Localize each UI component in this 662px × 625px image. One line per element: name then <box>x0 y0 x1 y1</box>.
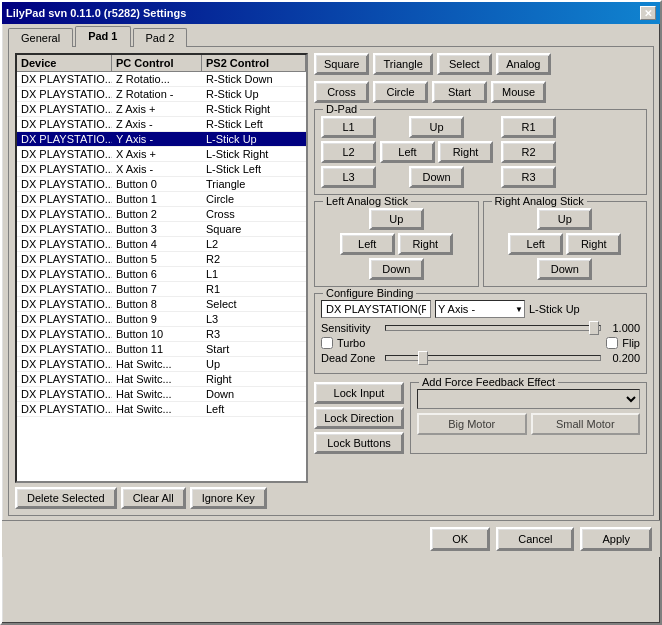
list-item[interactable]: DX PLAYSTATIO...Y Axis -L-Stick Up <box>17 132 306 147</box>
dpad-down-button[interactable]: Down <box>409 166 464 188</box>
turbo-checkbox[interactable] <box>321 337 333 349</box>
force-feedback-select[interactable] <box>417 389 640 409</box>
list-item[interactable]: DX PLAYSTATIO...Button 3Square <box>17 222 306 237</box>
config-mapping-value: L-Stick Up <box>529 303 580 315</box>
deadzone-slider[interactable] <box>385 355 601 361</box>
list-cell: R-Stick Right <box>202 102 306 116</box>
list-item[interactable]: DX PLAYSTATIO...Hat Switc...Down <box>17 387 306 402</box>
triangle-button[interactable]: Triangle <box>373 53 432 75</box>
device-list-container[interactable]: Device PC Control PS2 Control DX PLAYSTA… <box>15 53 308 483</box>
list-rows: DX PLAYSTATIO...Z Rotatio...R-Stick Down… <box>17 72 306 417</box>
force-feedback-section: Add Force Feedback Effect Big Motor Smal… <box>410 382 647 454</box>
dpad-label: D-Pad <box>323 103 360 115</box>
flip-checkbox[interactable] <box>606 337 618 349</box>
clear-all-button[interactable]: Clear All <box>121 487 186 509</box>
device-list-panel: Device PC Control PS2 Control DX PLAYSTA… <box>15 53 308 509</box>
sensitivity-slider[interactable] <box>385 325 601 331</box>
r2-button[interactable]: R2 <box>501 141 556 163</box>
list-header: Device PC Control PS2 Control <box>17 55 306 72</box>
l3-button[interactable]: L3 <box>321 166 376 188</box>
list-item[interactable]: DX PLAYSTATIO...Hat Switc...Right <box>17 372 306 387</box>
list-item[interactable]: DX PLAYSTATIO...X Axis -L-Stick Left <box>17 162 306 177</box>
left-analog-left[interactable]: Left <box>340 233 395 255</box>
tab-pad1[interactable]: Pad 1 <box>75 26 130 47</box>
delete-selected-button[interactable]: Delete Selected <box>15 487 117 509</box>
config-device-input[interactable] <box>321 300 431 318</box>
list-cell: DX PLAYSTATIO... <box>17 132 112 146</box>
apply-button[interactable]: Apply <box>580 527 652 551</box>
list-item[interactable]: DX PLAYSTATIO...Button 11Start <box>17 342 306 357</box>
right-analog-left[interactable]: Left <box>508 233 563 255</box>
analog-button[interactable]: Analog <box>496 53 551 75</box>
list-item[interactable]: DX PLAYSTATIO...Z Rotatio...R-Stick Down <box>17 72 306 87</box>
list-item[interactable]: DX PLAYSTATIO...Button 5R2 <box>17 252 306 267</box>
start-button[interactable]: Start <box>432 81 487 103</box>
big-motor-button[interactable]: Big Motor <box>417 413 527 435</box>
list-cell: DX PLAYSTATIO... <box>17 207 112 221</box>
l1-button[interactable]: L1 <box>321 116 376 138</box>
list-item[interactable]: DX PLAYSTATIO...Z Rotation -R-Stick Up <box>17 87 306 102</box>
right-analog-right[interactable]: Right <box>566 233 621 255</box>
ps-btn-row-1: Square Triangle Select Analog <box>314 53 647 75</box>
select-button[interactable]: Select <box>437 53 492 75</box>
list-item[interactable]: DX PLAYSTATIO...Button 0Triangle <box>17 177 306 192</box>
list-cell: DX PLAYSTATIO... <box>17 177 112 191</box>
ignore-key-button[interactable]: Ignore Key <box>190 487 267 509</box>
l2-button[interactable]: L2 <box>321 141 376 163</box>
square-button[interactable]: Square <box>314 53 369 75</box>
dpad-left-button[interactable]: Left <box>380 141 435 163</box>
list-cell: L-Stick Left <box>202 162 306 176</box>
list-cell: Button 7 <box>112 282 202 296</box>
list-cell: DX PLAYSTATIO... <box>17 267 112 281</box>
list-item[interactable]: DX PLAYSTATIO...Z Axis +R-Stick Right <box>17 102 306 117</box>
list-item[interactable]: DX PLAYSTATIO...Button 1Circle <box>17 192 306 207</box>
tab-general[interactable]: General <box>8 28 73 47</box>
list-item[interactable]: DX PLAYSTATIO...Button 10R3 <box>17 327 306 342</box>
list-cell: DX PLAYSTATIO... <box>17 372 112 386</box>
list-item[interactable]: DX PLAYSTATIO...Button 4L2 <box>17 237 306 252</box>
list-cell: X Axis + <box>112 147 202 161</box>
dpad-up-button[interactable]: Up <box>409 116 464 138</box>
lock-direction-button[interactable]: Lock Direction <box>314 407 404 429</box>
configure-binding-label: Configure Binding <box>323 287 416 299</box>
configure-binding-section: Configure Binding Y Axis - L-Stick Up <box>314 293 647 374</box>
config-axis-select[interactable]: Y Axis - <box>435 300 525 318</box>
lock-buttons-button[interactable]: Lock Buttons <box>314 432 404 454</box>
list-cell: Button 11 <box>112 342 202 356</box>
cancel-button[interactable]: Cancel <box>496 527 574 551</box>
list-item[interactable]: DX PLAYSTATIO...Button 8Select <box>17 297 306 312</box>
list-cell: Hat Switc... <box>112 402 202 416</box>
cross-button[interactable]: Cross <box>314 81 369 103</box>
left-analog-down[interactable]: Down <box>369 258 424 280</box>
mouse-button[interactable]: Mouse <box>491 81 546 103</box>
right-analog-down[interactable]: Down <box>537 258 592 280</box>
list-cell: Z Rotation - <box>112 87 202 101</box>
dpad-right-button[interactable]: Right <box>438 141 493 163</box>
small-motor-button[interactable]: Small Motor <box>531 413 641 435</box>
r1-button[interactable]: R1 <box>501 116 556 138</box>
right-analog-up[interactable]: Up <box>537 208 592 230</box>
list-item[interactable]: DX PLAYSTATIO...Hat Switc...Up <box>17 357 306 372</box>
r3-button[interactable]: R3 <box>501 166 556 188</box>
list-cell: L3 <box>202 312 306 326</box>
left-analog-right[interactable]: Right <box>398 233 453 255</box>
right-analog-group: Right Analog Stick Up Left Right Down <box>483 201 648 287</box>
list-cell: Button 10 <box>112 327 202 341</box>
left-analog-up[interactable]: Up <box>369 208 424 230</box>
list-item[interactable]: DX PLAYSTATIO...Hat Switc...Left <box>17 402 306 417</box>
lock-input-button[interactable]: Lock Input <box>314 382 404 404</box>
list-cell: X Axis - <box>112 162 202 176</box>
tab-pad2[interactable]: Pad 2 <box>133 28 188 47</box>
list-item[interactable]: DX PLAYSTATIO...Z Axis -R-Stick Left <box>17 117 306 132</box>
list-item[interactable]: DX PLAYSTATIO...X Axis +L-Stick Right <box>17 147 306 162</box>
list-cell: Hat Switc... <box>112 357 202 371</box>
list-item[interactable]: DX PLAYSTATIO...Button 7R1 <box>17 282 306 297</box>
list-cell: DX PLAYSTATIO... <box>17 357 112 371</box>
list-item[interactable]: DX PLAYSTATIO...Button 2Cross <box>17 207 306 222</box>
circle-button[interactable]: Circle <box>373 81 428 103</box>
close-button[interactable]: ✕ <box>640 6 656 20</box>
list-item[interactable]: DX PLAYSTATIO...Button 6L1 <box>17 267 306 282</box>
ok-button[interactable]: OK <box>430 527 490 551</box>
deadzone-label: Dead Zone <box>321 352 381 364</box>
list-item[interactable]: DX PLAYSTATIO...Button 9L3 <box>17 312 306 327</box>
